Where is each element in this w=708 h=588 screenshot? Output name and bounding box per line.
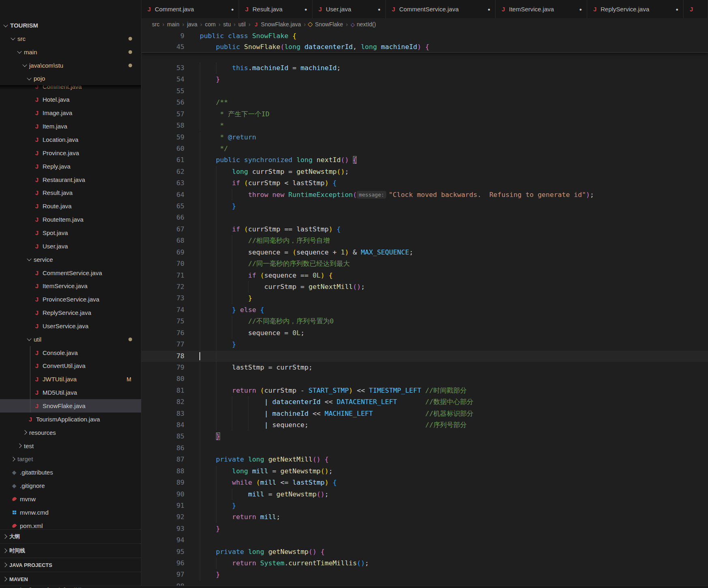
tree-folder-resources[interactable]: resources xyxy=(0,426,141,439)
code-line-56[interactable]: 56 /** xyxy=(141,97,708,108)
breadcrumb-item-snowflake-java[interactable]: JSnowFlake.java xyxy=(253,21,301,28)
code-line-82[interactable]: 82 | datacenterId << DATACENTER_LEFT //数… xyxy=(141,396,708,408)
tree-file-restaurant-java[interactable]: JRestaurant.java xyxy=(0,173,141,186)
code-line-95[interactable]: 95 private long getNewstmp() { xyxy=(141,546,708,558)
code-line-78[interactable]: 78 xyxy=(141,351,708,362)
code-line-68[interactable]: 68 //相同毫秒内，序列号自增 xyxy=(141,235,708,246)
code-line-77[interactable]: 77 } xyxy=(141,339,708,350)
unsaved-changes-dot-icon[interactable]: ● xyxy=(671,7,678,12)
code-line-72[interactable]: 72 currStmp = getNextMill(); xyxy=(141,281,708,293)
code-line-86[interactable]: 86 xyxy=(141,443,708,454)
code-line-88[interactable]: 88 long mill = getNewstmp(); xyxy=(141,466,708,477)
sidebar-section-maven[interactable]: MAVEN xyxy=(0,572,141,586)
tree-file-user-java[interactable]: JUser.java xyxy=(0,239,141,253)
breadcrumb-item-main[interactable]: main xyxy=(167,21,179,28)
tree-folder-java-com-stu[interactable]: java\com\stu xyxy=(0,59,141,72)
code-line-9[interactable]: 9public class SnowFlake { xyxy=(141,30,708,41)
code-line-85[interactable]: 85 } xyxy=(141,431,708,442)
tree-folder-pojo[interactable]: pojo xyxy=(0,72,141,85)
tree-file-routeitem-java[interactable]: JRouteItem.java xyxy=(0,213,141,226)
code-line-59[interactable]: 59 * @return xyxy=(141,132,708,143)
tab-partial-clipped[interactable]: J xyxy=(684,0,708,18)
tab-replyservice-java[interactable]: JReplyService.java● xyxy=(587,0,684,18)
code-line-60[interactable]: 60 */ xyxy=(141,143,708,154)
code-line-91[interactable]: 91 } xyxy=(141,500,708,511)
status-bar-icon[interactable]: ↻ xyxy=(29,586,34,588)
breadcrumb-item-nextid[interactable]: ◇nextId() xyxy=(351,21,376,28)
tree-file-console-java[interactable]: JConsole.java xyxy=(0,346,141,359)
status-bar-icon[interactable]: ≡ xyxy=(90,586,93,588)
status-bar-icon[interactable]: ⊘ xyxy=(4,586,9,588)
tree-folder-service[interactable]: service xyxy=(0,253,141,266)
tree-file-location-java[interactable]: JLocation.java xyxy=(0,133,141,146)
code-line-69[interactable]: 69 sequence = (sequence + 1) & MAX_SEQUE… xyxy=(141,247,708,258)
code-line-89[interactable]: 89 while (mill <= lastStmp) { xyxy=(141,477,708,488)
tree-file-replyservice-java[interactable]: JReplyService.java xyxy=(0,306,141,319)
breadcrumb-item-stu[interactable]: stu xyxy=(223,21,231,28)
tree-file-tourismapplication-java[interactable]: JTourismApplication.java xyxy=(0,413,141,426)
tree-file-userservice-java[interactable]: JUserService.java xyxy=(0,319,141,333)
unsaved-changes-dot-icon[interactable]: ● xyxy=(299,7,307,12)
tree-file-hotel-java[interactable]: JHotel.java xyxy=(0,93,141,106)
tree-file-spot-java[interactable]: JSpot.java xyxy=(0,226,141,239)
unsaved-changes-dot-icon[interactable]: ● xyxy=(373,7,381,12)
code-line-66[interactable]: 66 xyxy=(141,212,708,223)
code-editor[interactable]: 9public class SnowFlake {45 public SnowF… xyxy=(141,30,708,586)
code-line-81[interactable]: 81 return (currStmp - START_STMP) << TIM… xyxy=(141,385,708,396)
code-line-62[interactable]: 62 long currStmp = getNewstmp(); xyxy=(141,166,708,177)
tree-file-reply-java[interactable]: JReply.java xyxy=(0,160,141,173)
tree-file-provinceservice-java[interactable]: JProvinceService.java xyxy=(0,293,141,306)
tree-file-route-java[interactable]: JRoute.java xyxy=(0,199,141,213)
code-line-84[interactable]: 84 | sequence; //序列号部分 xyxy=(141,419,708,431)
tab-commentservice-java[interactable]: JCommentService.java● xyxy=(386,0,496,18)
tree-file-province-java[interactable]: JProvince.java xyxy=(0,146,141,160)
tab-itemservice-java[interactable]: JItemService.java● xyxy=(496,0,587,18)
tree-file-snowflake-java[interactable]: JSnowFlake.java xyxy=(0,399,141,413)
sidebar-section-java-projects[interactable]: JAVA PROJECTS xyxy=(0,558,141,572)
code-line-61[interactable]: 61 public synchronized long nextId() { xyxy=(141,154,708,166)
code-line-96[interactable]: 96 return System.currentTimeMillis(); xyxy=(141,558,708,569)
tree-folder-target[interactable]: target xyxy=(0,452,141,466)
tree-file-mvnw[interactable]: mvnw xyxy=(0,492,141,506)
sidebar-section-[interactable]: 大纲 xyxy=(0,529,141,543)
code-line-64[interactable]: 64 throw new RuntimeException(message:"C… xyxy=(141,189,708,201)
code-line-58[interactable]: 58 * xyxy=(141,120,708,131)
code-line-63[interactable]: 63 if (currStmp < lastStmp) { xyxy=(141,177,708,189)
tree-folder-src[interactable]: src xyxy=(0,32,141,45)
tree-file-mvnw-cmd[interactable]: mvnw.cmd xyxy=(0,506,141,519)
code-line-71[interactable]: 71 if (sequence == 0L) { xyxy=(141,270,708,281)
status-bar-icon[interactable]: ⊗ 0 xyxy=(41,586,50,588)
code-line-73[interactable]: 73 } xyxy=(141,293,708,304)
tree-file-gitignore[interactable]: ◆.gitignore xyxy=(0,479,141,492)
status-bar[interactable]: ⊘⎇↻⊗ 0⚠ 0((·))≡ xyxy=(0,586,708,588)
breadcrumb-item-util[interactable]: util xyxy=(238,21,246,28)
code-line-53[interactable]: 53 this.machineId = machineId; xyxy=(141,62,708,74)
code-line-79[interactable]: 79 lastStmp = currStmp; xyxy=(141,362,708,373)
code-line-97[interactable]: 97 } xyxy=(141,569,708,580)
code-line-93[interactable]: 93 } xyxy=(141,523,708,535)
tree-file-item-java[interactable]: JItem.java xyxy=(0,120,141,133)
code-line-70[interactable]: 70 //同一毫秒的序列数已经达到最大 xyxy=(141,258,708,269)
sidebar-section-[interactable]: 时间线 xyxy=(0,543,141,558)
tree-file-itemservice-java[interactable]: JItemService.java xyxy=(0,279,141,293)
breadcrumb-item-src[interactable]: src xyxy=(152,21,160,28)
code-line-90[interactable]: 90 mill = getNewstmp(); xyxy=(141,489,708,500)
code-line-57[interactable]: 57 * 产生下一个ID xyxy=(141,109,708,120)
code-line-75[interactable]: 75 //不同毫秒内，序列号置为0 xyxy=(141,316,708,327)
status-bar-icon[interactable]: ⚠ 0 xyxy=(57,586,66,588)
code-line-87[interactable]: 87 private long getNextMill() { xyxy=(141,454,708,465)
code-line-76[interactable]: 76 sequence = 0L; xyxy=(141,327,708,339)
tree-folder-main[interactable]: main xyxy=(0,45,141,59)
tree-folder-test[interactable]: test xyxy=(0,439,141,453)
tree-file-convertutil-java[interactable]: JConvertUtil.java xyxy=(0,359,141,372)
code-line-67[interactable]: 67 if (currStmp == lastStmp) { xyxy=(141,224,708,235)
code-line-74[interactable]: 74 } else { xyxy=(141,304,708,316)
code-line-98[interactable]: 98 xyxy=(141,581,708,586)
tree-file-jwtutil-java[interactable]: JJWTUtil.javaM xyxy=(0,372,141,386)
tree-file-commentservice-java[interactable]: JCommentService.java xyxy=(0,266,141,280)
breadcrumb-item-com[interactable]: com xyxy=(205,21,216,28)
code-line-92[interactable]: 92 return mill; xyxy=(141,511,708,523)
tree-file-gitattributes[interactable]: ◆.gitattributes xyxy=(0,466,141,479)
code-line-83[interactable]: 83 | machineId << MACHINE_LEFT //机器标识部分 xyxy=(141,408,708,419)
tree-file-result-java[interactable]: JResult.java xyxy=(0,186,141,199)
